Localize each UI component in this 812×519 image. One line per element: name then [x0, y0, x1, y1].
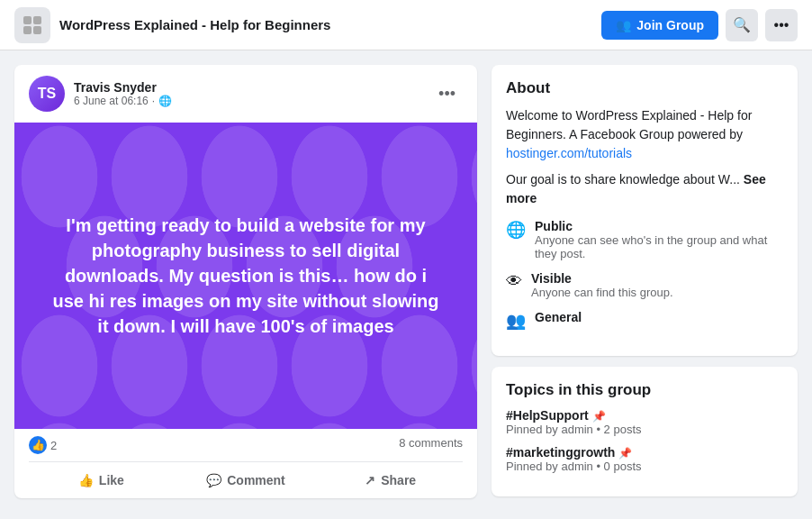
comment-button[interactable]: 💬 Comment — [174, 466, 319, 495]
topic-meta: Pinned by admin • 2 posts — [506, 423, 783, 436]
search-button[interactable]: 🔍 — [726, 9, 758, 41]
like-button[interactable]: 👍 Like — [29, 466, 174, 495]
svg-rect-3 — [33, 26, 41, 34]
post-author-info: TS Travis Snyder 6 June at 06:16 · 🌐 — [29, 76, 172, 112]
public-info-content: Public Anyone can see who's in the group… — [535, 219, 783, 260]
svg-rect-0 — [23, 16, 32, 24]
globe-icon: · — [152, 95, 155, 107]
topic-name: #marketinggrowth 📌 — [506, 445, 783, 460]
sidebar-column: About Welcome to WordPress Explained - H… — [492, 65, 798, 498]
like-emoji: 👍 — [29, 436, 47, 454]
share-icon: ↗ — [365, 473, 375, 487]
pin-icon: 📌 — [592, 410, 606, 423]
post-header: TS Travis Snyder 6 June at 06:16 · 🌐 ••• — [14, 65, 477, 123]
topic-meta: Pinned by admin • 0 posts — [506, 460, 783, 473]
post-footer: 👍 2 8 comments 👍 Like 💬 Comment — [14, 429, 477, 498]
feed-column: TS Travis Snyder 6 June at 06:16 · 🌐 ••• — [14, 65, 477, 498]
about-intro: Welcome to WordPress Explained - Help fo… — [506, 106, 783, 163]
pin-icon: 📌 — [618, 447, 632, 460]
post-actions: 👍 Like 💬 Comment ↗ Share — [29, 462, 463, 498]
topics-card: Topics in this group #HelpSupport 📌 Pinn… — [492, 367, 798, 496]
visible-info-content: Visible Anyone can find this group. — [531, 271, 673, 299]
group-icon: 👥 — [506, 311, 526, 331]
search-icon: 🔍 — [733, 16, 751, 33]
visible-desc: Anyone can find this group. — [531, 286, 673, 299]
header-actions: 👥 Join Group 🔍 ••• — [601, 9, 798, 41]
public-info-row: 🌐 Public Anyone can see who's in the gro… — [506, 219, 783, 260]
post-text: I'm getting ready to build a website for… — [14, 184, 477, 368]
post-card: TS Travis Snyder 6 June at 06:16 · 🌐 ••• — [14, 65, 477, 498]
more-button[interactable]: ••• — [765, 9, 798, 41]
general-title: General — [535, 310, 582, 324]
avatar: TS — [29, 76, 65, 112]
eye-icon: 👁 — [506, 272, 522, 291]
header: WordPress Explained - Help for Beginners… — [0, 0, 812, 50]
group-title: WordPress Explained - Help for Beginners — [59, 17, 601, 32]
author-details: Travis Snyder 6 June at 06:16 · 🌐 — [74, 80, 172, 107]
post-image: I'm getting ready to build a website for… — [14, 123, 477, 429]
topic-name: #HelpSupport 📌 — [506, 408, 783, 423]
reactions: 👍 2 — [29, 436, 57, 454]
about-card: About Welcome to WordPress Explained - H… — [492, 65, 798, 356]
visibility-icon: 🌐 — [158, 95, 172, 107]
visible-info-row: 👁 Visible Anyone can find this group. — [506, 271, 783, 299]
main-layout: TS Travis Snyder 6 June at 06:16 · 🌐 ••• — [0, 50, 812, 513]
svg-rect-1 — [33, 16, 41, 24]
topic-item: #HelpSupport 📌 Pinned by admin • 2 posts — [506, 408, 783, 436]
topic-item: #marketinggrowth 📌 Pinned by admin • 0 p… — [506, 445, 783, 473]
share-button[interactable]: ↗ Share — [318, 466, 463, 495]
about-title: About — [506, 79, 783, 97]
avatar-image: TS — [29, 76, 65, 112]
group-logo — [14, 7, 50, 43]
more-icon: ••• — [774, 17, 789, 33]
public-title: Public — [535, 219, 783, 233]
post-stats: 👍 2 8 comments — [29, 429, 463, 462]
join-group-button[interactable]: 👥 Join Group — [601, 11, 718, 40]
general-info-content: General — [535, 310, 582, 324]
visible-title: Visible — [531, 271, 673, 286]
general-info-row: 👥 General — [506, 310, 783, 331]
about-link[interactable]: hostinger.com/tutorials — [506, 146, 632, 160]
post-menu-button[interactable]: ••• — [431, 81, 463, 107]
like-icon: 👍 — [78, 473, 94, 487]
globe-icon: 🌐 — [506, 220, 526, 240]
join-icon: 👥 — [616, 18, 631, 32]
post-meta: 6 June at 06:16 · 🌐 — [74, 95, 172, 107]
topics-title: Topics in this group — [506, 381, 783, 399]
public-desc: Anyone can see who's in the group and wh… — [535, 233, 783, 260]
author-name: Travis Snyder — [74, 80, 172, 95]
svg-rect-2 — [23, 26, 32, 34]
goal-text: Our goal is to share knowledge about W..… — [506, 170, 783, 208]
comment-icon: 💬 — [206, 473, 221, 487]
